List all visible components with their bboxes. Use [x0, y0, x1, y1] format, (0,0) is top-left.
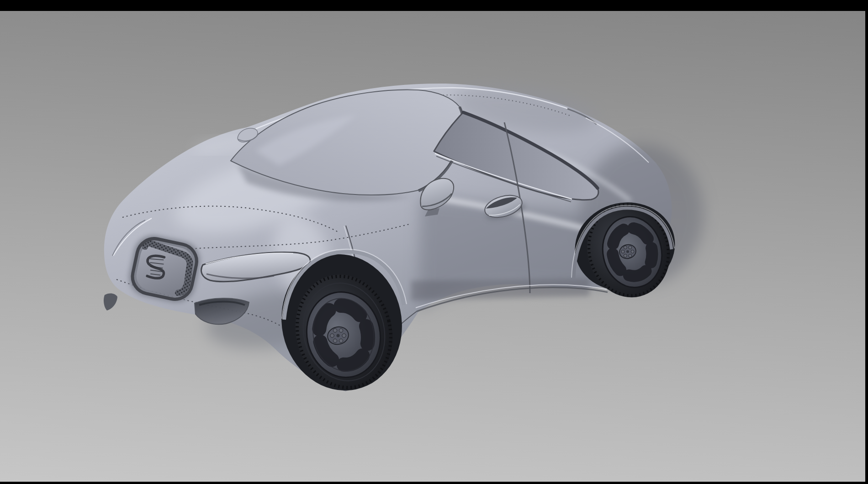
- letterbox-bottom: [0, 482, 868, 484]
- left-intake-notch: [104, 294, 117, 310]
- rear-hub-cap: [626, 250, 629, 253]
- letterbox-top: [0, 0, 868, 11]
- car-render: [0, 0, 868, 484]
- letterbox-right: [865, 0, 868, 484]
- front-hub-cap: [337, 334, 340, 337]
- viewport[interactable]: [0, 0, 868, 484]
